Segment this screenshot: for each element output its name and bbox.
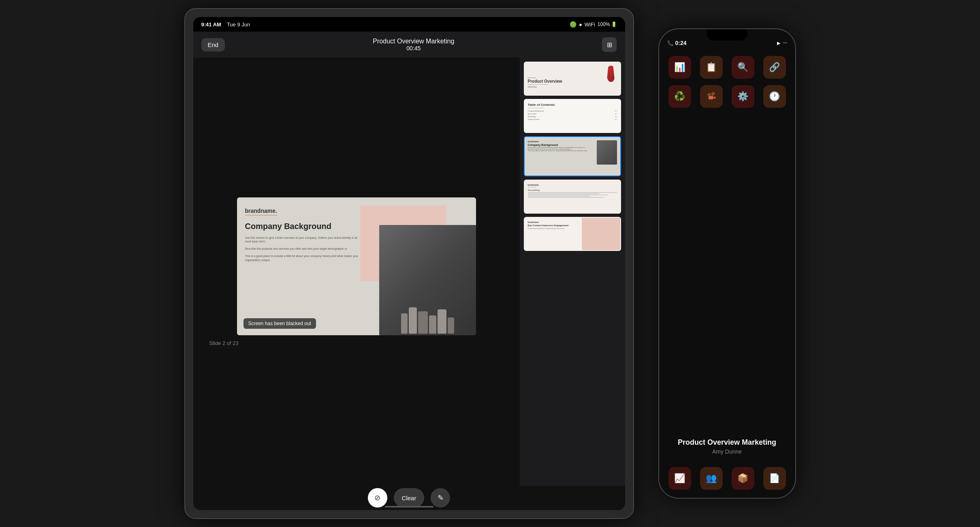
grid-icon: ⊞ xyxy=(607,41,612,49)
slide-thumb-2[interactable]: Table of Contents Company Background 01 … xyxy=(524,99,621,133)
app-icon-keynote[interactable]: 📊 xyxy=(667,56,692,79)
keynote-icon: 📊 xyxy=(668,56,691,79)
archive-icon: 📦 xyxy=(732,467,754,490)
app-icon-report[interactable]: 📄 xyxy=(762,467,787,490)
status-icons: 🟢 ● WiFi 100% 🔋 xyxy=(570,21,617,28)
presentation-main: brandname. Company Background Use this s… xyxy=(193,58,625,486)
pot-2 xyxy=(409,307,417,334)
current-slide-area: brandname. Company Background Use this s… xyxy=(193,58,520,486)
slide-text-area: brandname. Company Background Use this s… xyxy=(237,197,369,335)
presentation-toolbar: ⊘ Clear ✎ xyxy=(193,486,625,510)
thumb2-underline xyxy=(528,108,544,108)
clock-icon: 🕐 xyxy=(763,85,786,108)
app-icon-people[interactable]: 👥 xyxy=(699,467,724,490)
slide-thumb-3-active[interactable]: brandname. Company Background Use this s… xyxy=(524,136,621,176)
ipad-device: 9:41 AM Tue 9 Jun 🟢 ● WiFi 100% 🔋 End Pr… xyxy=(184,8,634,519)
home-indicator xyxy=(385,506,433,508)
pen-button[interactable]: ✎ xyxy=(431,488,450,508)
app-icon-slides[interactable]: 📋 xyxy=(699,56,724,79)
thumb4-section: Storytelling xyxy=(528,189,617,191)
slide-thumb-5[interactable]: brandname. Eye Contact Improves Engageme… xyxy=(524,217,621,251)
present-icon: 📽 xyxy=(700,85,723,108)
slide-para-3: This is a good place to include a little… xyxy=(245,254,361,262)
slide-thumb-4[interactable]: brandname. Storytelling xyxy=(524,180,621,214)
thumb5-title: Eye Contact Improves Engagement xyxy=(528,224,617,227)
iphone-status-icons: ▶ 〰 xyxy=(777,41,787,46)
wifi-icon: ● xyxy=(579,21,582,28)
thumb5-brand: brandname. xyxy=(528,221,617,223)
thumb3-brand: brandname. xyxy=(528,140,595,143)
app-icon-search[interactable]: 🔍 xyxy=(730,56,756,79)
slide-brand: brandname. xyxy=(245,208,277,216)
status-time: 9:41 AM xyxy=(201,21,221,28)
slide-thumb-1[interactable]: brandname. Product Overview Marketing xyxy=(524,62,621,96)
pot-6 xyxy=(448,317,454,334)
slide-photo xyxy=(379,225,476,335)
iphone-screen: 📞 0:24 ▶ 〰 📊 📋 🔍 🔗 ♻️ xyxy=(659,29,795,498)
slide-panel: brandname. Product Overview Marketing xyxy=(520,58,625,486)
blacked-out-badge: Screen has been blacked out xyxy=(243,318,316,329)
current-slide[interactable]: brandname. Company Background Use this s… xyxy=(237,197,476,335)
app-icon-present[interactable]: 📽 xyxy=(699,85,724,108)
app-icon-clock[interactable]: 🕐 xyxy=(762,85,787,108)
pot-3 xyxy=(418,311,428,334)
app-icon-settings[interactable]: ⚙️ xyxy=(730,85,756,108)
vase-shape xyxy=(607,66,615,82)
app-icon-archive[interactable]: 📦 xyxy=(730,467,756,490)
thumb1-subtitle: Marketing xyxy=(528,86,605,88)
status-bar: 9:41 AM Tue 9 Jun 🟢 ● WiFi 100% 🔋 xyxy=(193,17,625,32)
thumb1-vase xyxy=(605,66,617,88)
iphone-presentation-info: Product Overview Marketing Amy Dunne xyxy=(659,430,795,463)
slide-heading: Company Background xyxy=(245,221,361,231)
thumb1-underline xyxy=(528,84,548,85)
thumb3-para-3: This is a good place to include a little… xyxy=(528,150,595,152)
slide-photo-inner xyxy=(379,225,476,335)
slash-button[interactable]: ⊘ xyxy=(368,488,387,508)
iphone-forward-icon: ▶ xyxy=(777,41,780,46)
app-icon-share[interactable]: 🔗 xyxy=(762,56,787,79)
iphone-notch xyxy=(707,29,747,41)
thumb2-title: Table of Contents xyxy=(528,103,617,107)
iphone-pres-presenter: Amy Dunne xyxy=(667,448,787,455)
share-icon: 🔗 xyxy=(763,56,786,79)
thumb1-small-text: brandname. xyxy=(528,77,605,79)
app-icon-recycle[interactable]: ♻️ xyxy=(667,85,692,108)
pot-5 xyxy=(438,309,446,334)
thumb5-body: Use this section to describe your compan… xyxy=(528,228,617,229)
grid-view-button[interactable]: ⊞ xyxy=(602,37,617,52)
app-icon-chart[interactable]: 📈 xyxy=(667,467,692,490)
clear-button[interactable]: Clear xyxy=(394,488,425,508)
slide-number: Slide 2 of 23 xyxy=(201,340,239,346)
pen-icon: ✎ xyxy=(438,493,444,502)
thumb2-rows: Company Background 01 Eye Contact 02 Sto… xyxy=(528,110,617,120)
thumb4-text-lines xyxy=(528,192,617,198)
thumb2-row-1: Company Background xyxy=(528,110,544,112)
thumb2-row-3: Storytelling xyxy=(528,116,536,118)
iphone-device: 📞 0:24 ▶ 〰 📊 📋 🔍 🔗 ♻️ xyxy=(658,28,796,499)
keynote-status-icon: 🟢 xyxy=(570,21,576,28)
thumb3-photo xyxy=(597,140,617,165)
presentation-title: Product Overview Marketing xyxy=(373,38,454,45)
iphone-icon-grid-bottom: 📈 👥 📦 📄 xyxy=(659,463,795,498)
slide-content: brandname. Company Background Use this s… xyxy=(237,197,476,335)
presentation-header: End Product Overview Marketing 00:45 ⊞ xyxy=(193,32,625,58)
presentation-timer: 00:45 xyxy=(373,45,454,51)
presentation-title-area: Product Overview Marketing 00:45 xyxy=(373,38,454,51)
settings-icon: ⚙️ xyxy=(732,85,754,108)
recycle-icon: ♻️ xyxy=(668,85,691,108)
thumb2-row-4: Product Process xyxy=(528,118,540,120)
report-icon: 📄 xyxy=(763,467,786,490)
status-date: Tue 9 Jun xyxy=(227,21,250,28)
battery-icon: 100% 🔋 xyxy=(598,21,617,27)
iphone-wave-icon: 〰 xyxy=(783,41,787,45)
iphone-pres-title: Product Overview Marketing xyxy=(667,438,787,447)
slide-image-area xyxy=(368,197,476,335)
pot-1 xyxy=(401,313,408,334)
ipad-screen: 9:41 AM Tue 9 Jun 🟢 ● WiFi 100% 🔋 End Pr… xyxy=(193,17,625,510)
search-app-icon: 🔍 xyxy=(732,56,754,79)
slide-para-2: Describe the products and services you o… xyxy=(245,247,361,251)
thumb2-row-2: Eye Contact xyxy=(528,113,537,115)
pot-4 xyxy=(429,315,436,334)
thumb1-title: Product Overview xyxy=(528,79,605,84)
end-button[interactable]: End xyxy=(201,38,225,51)
